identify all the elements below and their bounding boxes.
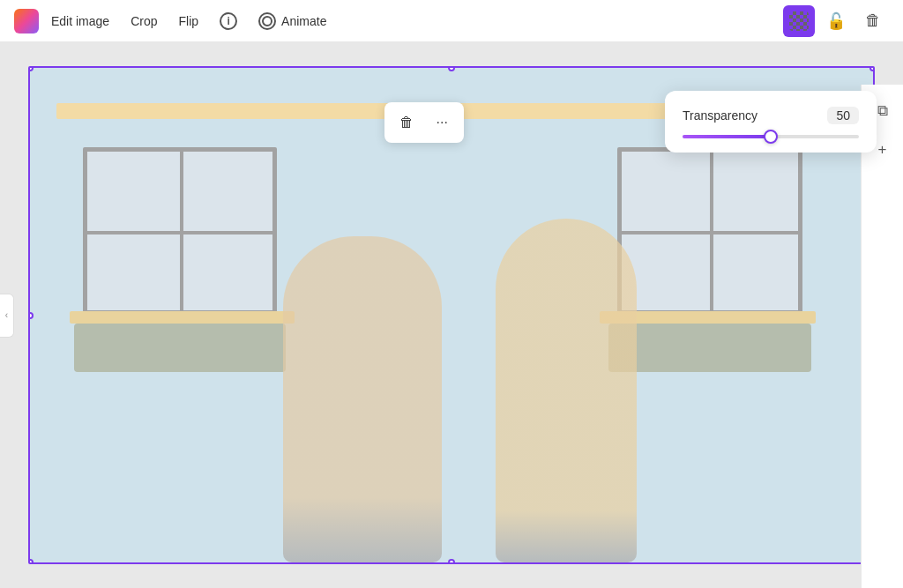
handle-top-right[interactable]: [869, 66, 875, 71]
transparency-value: 50: [827, 107, 859, 124]
right-panel: ⧉ +: [861, 85, 903, 588]
plant-box-right: [608, 324, 811, 372]
more-icon: ···: [437, 115, 448, 130]
top-toolbar: Edit image Crop Flip i Animate 🔓 🗑: [0, 0, 903, 42]
checkerboard-icon: [789, 11, 809, 31]
info-button[interactable]: i: [211, 7, 246, 35]
transparency-button[interactable]: [783, 5, 815, 37]
animate-label: Animate: [281, 14, 326, 28]
animate-icon: [258, 12, 276, 30]
handle-bottom-middle[interactable]: [448, 559, 455, 564]
window-left: [83, 147, 277, 315]
person-left: [283, 236, 442, 562]
left-panel-toggle[interactable]: ‹: [0, 294, 14, 338]
crop-label: Crop: [131, 14, 157, 28]
delete-button[interactable]: 🗑: [857, 5, 889, 37]
flip-button[interactable]: Flip: [170, 9, 208, 33]
copy-icon: ⧉: [877, 102, 888, 120]
flip-label: Flip: [179, 14, 199, 28]
canvas-area: ‹ 🗑 ·: [0, 42, 903, 588]
transparency-popup: Transparency 50: [665, 91, 877, 153]
edit-image-button[interactable]: Edit image: [42, 9, 118, 33]
animate-button[interactable]: Animate: [250, 7, 335, 35]
add-icon: +: [878, 141, 887, 159]
transparency-label: Transparency: [683, 108, 757, 123]
float-delete-button[interactable]: 🗑: [392, 108, 422, 138]
float-more-button[interactable]: ···: [427, 108, 457, 138]
transparency-slider-thumb[interactable]: [764, 130, 778, 144]
delete-icon: 🗑: [865, 11, 881, 30]
lock-button[interactable]: 🔓: [820, 5, 852, 37]
trash-icon: 🗑: [399, 115, 414, 130]
handle-bottom-left[interactable]: [28, 559, 34, 564]
window-sill-left: [70, 311, 295, 324]
transparency-slider-track[interactable]: [683, 135, 859, 138]
popup-header: Transparency 50: [683, 107, 859, 124]
toolbar-right: 🔓 🗑: [783, 5, 889, 37]
edit-image-label: Edit image: [51, 14, 109, 28]
logo: [14, 9, 39, 33]
crop-button[interactable]: Crop: [122, 9, 166, 33]
info-icon: i: [220, 12, 237, 30]
lock-icon: 🔓: [826, 11, 846, 31]
transparency-slider-fill: [683, 135, 771, 138]
float-toolbar: 🗑 ···: [384, 102, 464, 143]
plant-box-left: [74, 324, 286, 372]
chevron-left-icon: ‹: [5, 310, 8, 320]
person-right: [496, 219, 637, 562]
window-right: [617, 147, 802, 315]
